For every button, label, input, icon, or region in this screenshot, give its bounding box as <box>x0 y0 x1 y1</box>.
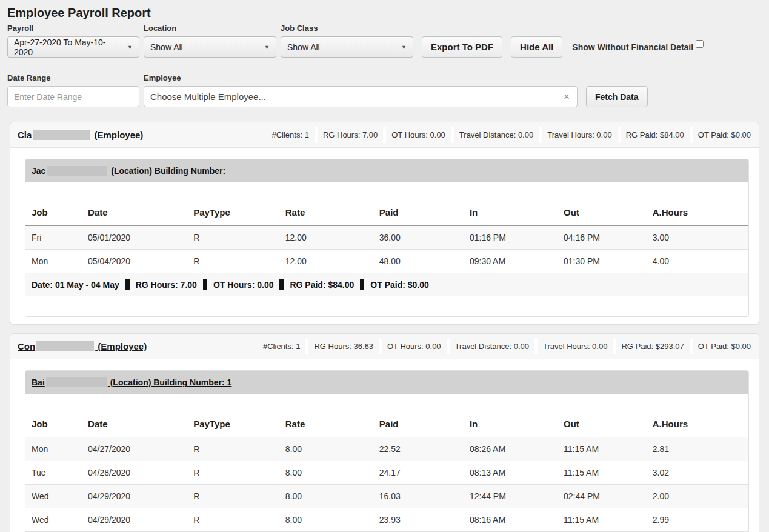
payroll-table: JobDatePayTypeRatePaidInOutA.Hours Mon04… <box>25 411 748 532</box>
table-cell: 8.00 <box>279 461 373 485</box>
table-cell: Mon <box>25 250 82 273</box>
column-header: In <box>464 199 558 226</box>
stat-item: #Clients: 1 <box>266 130 314 139</box>
table-cell: R <box>187 461 279 485</box>
table-row: Mon04/27/2020R8.0022.5208:26 AM11:15 AM2… <box>25 437 748 461</box>
table-cell: R <box>187 226 279 250</box>
table-cell: 16.03 <box>373 485 464 508</box>
hide-all-button[interactable]: Hide All <box>511 36 562 58</box>
employee-group: Employee Choose Multiple Employee... × <box>144 73 578 107</box>
table-cell: Wed <box>25 508 82 532</box>
table-cell: 8.00 <box>279 508 373 532</box>
show-without-financial-label: Show Without Financial Detail <box>572 42 693 52</box>
job-class-filter-group: Job Class Show All ▼ <box>281 24 413 58</box>
date-range-input[interactable] <box>7 86 139 107</box>
table-cell: 36.00 <box>373 226 464 250</box>
stat-item: OT Hours: 0.00 <box>386 130 451 139</box>
table-row: Wed04/29/2020R8.0016.0312:44 PM02:44 PM2… <box>25 485 748 508</box>
redacted-location-name <box>47 166 107 176</box>
location-select[interactable]: Show All ▼ <box>144 36 276 58</box>
clear-icon[interactable]: × <box>562 91 571 103</box>
employee-section-header: Cla (Employee) #Clients: 1RG Hours: 7.00… <box>10 122 759 148</box>
column-header: Paid <box>373 199 464 226</box>
table-cell: 04/29/2020 <box>82 508 187 532</box>
week-summary-bar: Date: 01 May - 04 MayRG Hours: 7.00OT Ho… <box>25 273 748 296</box>
stat-item: Travel Hours: 0.00 <box>538 342 613 351</box>
table-header-row: JobDatePayTypeRatePaidInOutA.Hours <box>25 199 748 226</box>
employee-section-body: Jac (Location) Building Number: JobDateP… <box>10 148 759 324</box>
table-cell: 04/29/2020 <box>82 485 187 508</box>
summary-item: RG Hours: 7.00 <box>136 280 197 290</box>
stat-item: Travel Hours: 0.00 <box>542 130 617 139</box>
employee-name-prefix: Cla <box>18 130 32 140</box>
employee-label: Employee <box>144 73 578 82</box>
stat-item: #Clients: 1 <box>258 342 305 351</box>
column-header: PayType <box>187 199 279 226</box>
redacted-location-name <box>46 377 107 387</box>
column-header: Out <box>558 199 647 226</box>
payroll-select[interactable]: Apr-27-2020 To May-10-2020 ▼ <box>7 36 139 58</box>
column-header: In <box>464 411 558 437</box>
employee-multiselect[interactable]: Choose Multiple Employee... × <box>144 86 578 107</box>
location-name-prefix: Jac <box>32 166 45 176</box>
table-cell: Tue <box>25 461 82 485</box>
location-select-value: Show All <box>150 42 183 52</box>
payroll-filter-group: Payroll Apr-27-2020 To May-10-2020 ▼ <box>7 24 139 58</box>
employee-name-link[interactable]: Cla (Employee) <box>18 130 143 140</box>
report-sections: Cla (Employee) #Clients: 1RG Hours: 7.00… <box>0 107 769 532</box>
employee-name-suffix: (Employee) <box>95 341 147 351</box>
table-cell: 11:15 AM <box>558 508 647 532</box>
table-row: Mon05/04/2020R12.0048.0009:30 AM01:30 PM… <box>25 250 748 273</box>
table-cell: Wed <box>25 485 82 508</box>
column-header: A.Hours <box>647 411 748 437</box>
stat-item: OT Hours: 0.00 <box>382 342 447 351</box>
table-cell: 3.00 <box>647 226 748 250</box>
summary-divider <box>203 279 207 290</box>
table-cell: 01:30 PM <box>558 250 647 273</box>
table-cell: 11:15 AM <box>558 461 647 485</box>
table-cell: R <box>187 485 279 508</box>
table-cell: 12.00 <box>279 250 373 273</box>
stat-item: Travel Distance: 0.00 <box>450 342 534 351</box>
column-header: Paid <box>373 411 464 437</box>
location-name-link[interactable]: Bai (Location) Building Number: 1 <box>32 377 231 387</box>
location-header-bar[interactable]: Bai (Location) Building Number: 1 <box>25 371 748 394</box>
table-cell: Mon <box>25 437 82 461</box>
employee-section: Cla (Employee) #Clients: 1RG Hours: 7.00… <box>10 122 759 325</box>
table-cell: 12.00 <box>279 226 373 250</box>
table-row: Tue04/28/2020R8.0024.1708:13 AM11:15 AM3… <box>25 461 748 485</box>
table-cell: 23.93 <box>373 508 464 532</box>
location-name-suffix: (Location) Building Number: 1 <box>108 377 232 387</box>
table-cell: 08:16 AM <box>464 508 558 532</box>
export-to-pdf-button[interactable]: Export To PDF <box>422 36 502 58</box>
redacted-employee-name <box>36 341 94 351</box>
column-header: Date <box>82 199 187 226</box>
employee-stats: #Clients: 1RG Hours: 7.00OT Hours: 0.00T… <box>266 127 756 143</box>
filter-panel: Employee Payroll Report Payroll Apr-27-2… <box>0 0 769 107</box>
location-header-bar[interactable]: Jac (Location) Building Number: <box>25 159 748 182</box>
stat-item: RG Hours: 36.63 <box>308 342 379 351</box>
filter-row-1: Payroll Apr-27-2020 To May-10-2020 ▼ Loc… <box>7 24 762 58</box>
table-cell: R <box>187 508 279 532</box>
employee-section: Con (Employee) #Clients: 1RG Hours: 36.6… <box>10 333 759 532</box>
stat-item: OT Paid: $0.00 <box>693 130 756 139</box>
fetch-data-button[interactable]: Fetch Data <box>586 86 648 107</box>
employee-name-link[interactable]: Con (Employee) <box>18 341 147 351</box>
employee-section-body: Bai (Location) Building Number: 1 JobDat… <box>10 359 759 532</box>
employee-section-header: Con (Employee) #Clients: 1RG Hours: 36.6… <box>10 334 759 359</box>
summary-item: Date: 01 May - 04 May <box>32 280 119 290</box>
column-header: A.Hours <box>647 199 748 226</box>
table-cell: 04/27/2020 <box>82 437 187 461</box>
table-cell: 05/01/2020 <box>82 226 187 250</box>
job-class-select[interactable]: Show All ▼ <box>281 36 413 58</box>
column-header: Out <box>558 411 647 437</box>
payroll-table: JobDatePayTypeRatePaidInOutA.Hours Fri05… <box>25 199 748 273</box>
show-without-financial-checkbox[interactable] <box>696 40 704 48</box>
table-cell: 48.00 <box>373 250 464 273</box>
chevron-down-icon: ▼ <box>401 44 407 50</box>
date-range-label: Date Range <box>7 73 139 82</box>
table-cell: 02:44 PM <box>558 485 647 508</box>
table-cell: 05/04/2020 <box>82 250 187 273</box>
location-name-link[interactable]: Jac (Location) Building Number: <box>32 166 225 176</box>
table-body: Fri05/01/2020R12.0036.0001:16 PM04:16 PM… <box>25 226 748 273</box>
